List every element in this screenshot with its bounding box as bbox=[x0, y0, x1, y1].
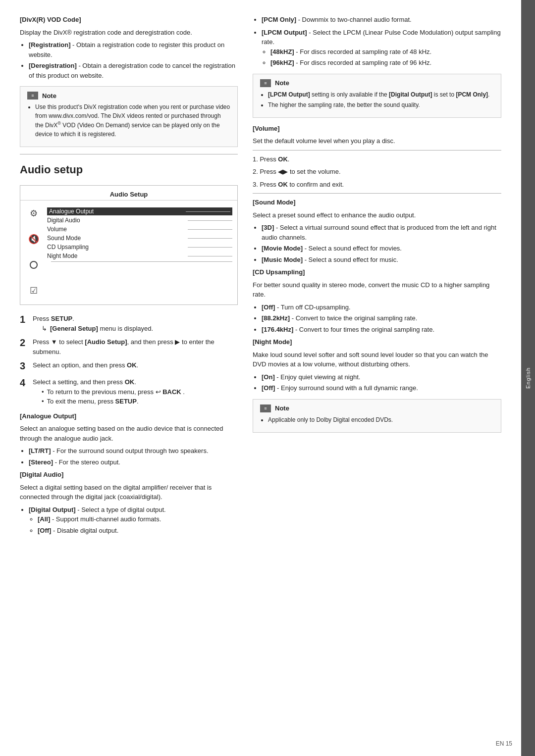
sub-text: [General Setup] menu is displayed. bbox=[50, 324, 153, 334]
analogue-desc: Select an analogue setting based on the … bbox=[20, 424, 238, 443]
night-mode-desc: Make loud sound level softer and soft so… bbox=[253, 350, 501, 369]
note-header: ≡ Note bbox=[260, 79, 494, 87]
sound-mode-section: [Sound Mode] Select a preset sound effec… bbox=[253, 198, 501, 264]
list-item: [Off] - Turn off CD-upsampling. bbox=[262, 302, 501, 312]
bullet-icon: • bbox=[42, 387, 44, 397]
list-item: [176.4kHz] - Convert to four times the o… bbox=[262, 325, 501, 335]
check-icon: ☑ bbox=[30, 285, 38, 296]
audio-menu-item-volume[interactable]: Volume bbox=[47, 225, 232, 233]
step-content: Press ▼ to select [Audio Setup], and the… bbox=[33, 335, 238, 356]
list-item: [3D] - Select a virtual surround sound e… bbox=[262, 223, 501, 242]
digital-sub-items: [All] - Support multi-channel audio form… bbox=[38, 514, 238, 535]
list-item: [Movie Mode] - Select a sound effect for… bbox=[262, 244, 501, 253]
digital-audio-section: [Digital Audio] Select a digital setting… bbox=[20, 470, 238, 535]
audio-menu-column: Analogue Output Digital Audio Volume bbox=[47, 207, 232, 297]
audio-setup-title: Audio setup bbox=[20, 163, 238, 178]
audio-setup-body: ⚙ 🔇 ☑ bbox=[20, 204, 237, 300]
list-item: [88.2kHz] - Convert to twice the origina… bbox=[262, 313, 501, 323]
analogue-title: [Analogue Output] bbox=[20, 411, 238, 421]
step-sub-item: • To return to the previous menu, press … bbox=[42, 387, 185, 397]
audio-setup-box-title: Audio Setup bbox=[20, 191, 237, 201]
divx-items: [Registration] - Obtain a registration c… bbox=[29, 40, 238, 80]
audio-setup-section: Audio setup Audio Setup ⚙ 🔇 bbox=[20, 163, 238, 535]
night-mode-section: [Night Mode] Make loud sound level softe… bbox=[253, 337, 501, 393]
pcm-items: [PCM Only] - Downmix to two-channel audi… bbox=[262, 15, 501, 25]
lpcm-item: [LPCM Output] - Select the LPCM (Linear … bbox=[262, 28, 501, 68]
list-item: [All] - Support multi-channel audio form… bbox=[38, 514, 238, 524]
audio-menu-item-cd[interactable]: CD Upsampling bbox=[47, 243, 232, 251]
menu-line bbox=[188, 256, 232, 256]
language-label: English bbox=[525, 367, 531, 389]
audio-menu-item-night[interactable]: Night Mode bbox=[47, 252, 232, 260]
note-list: Use this product's DivX registration cod… bbox=[35, 102, 230, 139]
list-item: [Deregistration] - Obtain a deregistrati… bbox=[29, 61, 238, 80]
list-item: [PCM Only] - Downmix to two-channel audi… bbox=[262, 15, 501, 25]
cd-desc: For better sound quality in stereo mode,… bbox=[253, 280, 501, 300]
circle-icon-row bbox=[30, 259, 38, 271]
list-item: [Stereo] - For the stereo output. bbox=[29, 457, 238, 467]
sound-mode-title: [Sound Mode] bbox=[253, 198, 501, 207]
list-item: Applicable only to Dolby Digital encoded… bbox=[268, 415, 494, 424]
note-list: [LPCM Output] setting is only available … bbox=[268, 90, 494, 109]
note-label: Note bbox=[275, 79, 289, 87]
audio-menu-item-digital[interactable]: Digital Audio bbox=[47, 216, 232, 224]
section-divider bbox=[20, 154, 238, 154]
night-mode-items: [On] - Enjoy quiet viewing at night. [Of… bbox=[262, 372, 501, 393]
menu-item-label: Night Mode bbox=[47, 252, 77, 259]
steps-list: 1 Press SETUP. ↳ [General Setup] menu is… bbox=[20, 312, 238, 406]
step-number: 4 bbox=[20, 375, 29, 406]
note-icon: ≡ bbox=[260, 79, 271, 87]
list-item: [On] - Enjoy quiet viewing at night. bbox=[262, 372, 501, 382]
step-sub-item: • To exit the menu, press SETUP. bbox=[42, 397, 185, 406]
list-item: [Music Mode] - Select a sound effect for… bbox=[262, 255, 501, 265]
note-icon: ≡ bbox=[27, 92, 38, 100]
note-label: Note bbox=[42, 92, 56, 100]
divx-section: [DivX(R) VOD Code] Display the DivX® reg… bbox=[20, 15, 238, 147]
step-2: 2 Press ▼ to select [Audio Setup], and t… bbox=[20, 335, 238, 356]
note-label: Note bbox=[275, 404, 289, 412]
language-tab: English bbox=[521, 0, 535, 756]
gear-icon-row: ⚙ bbox=[30, 207, 38, 219]
analogue-items: [LT/RT] - For the surround sound output … bbox=[29, 446, 238, 467]
note-icon: ≡ bbox=[260, 404, 271, 412]
audio-menu-item-analogue[interactable]: Analogue Output bbox=[47, 207, 232, 215]
note-header: ≡ Note bbox=[260, 404, 494, 412]
arrow-icon: ↳ bbox=[42, 324, 47, 334]
step-number: 1 bbox=[20, 312, 29, 333]
step-content: Press SETUP. ↳ [General Setup] menu is d… bbox=[33, 312, 153, 333]
divx-title: [DivX(R) VOD Code] bbox=[20, 16, 81, 23]
step-sub-item: ↳ [General Setup] menu is displayed. bbox=[42, 324, 153, 334]
speaker-icon: 🔇 bbox=[28, 234, 39, 245]
step-number: 2 bbox=[20, 335, 29, 356]
divx-note-box: ≡ Note Use this product's DivX registrat… bbox=[20, 86, 238, 147]
audio-menu-item-sound[interactable]: Sound Mode bbox=[47, 234, 232, 242]
menu-item-label: Sound Mode bbox=[47, 235, 81, 242]
sub-text: To exit the menu, press SETUP. bbox=[47, 397, 139, 406]
step-number: 3 bbox=[20, 358, 29, 373]
lpcm-items: [LPCM Output] - Select the LPCM (Linear … bbox=[262, 28, 501, 68]
audio-icons-column: ⚙ 🔇 ☑ bbox=[25, 207, 42, 297]
night-mode-title: [Night Mode] bbox=[253, 337, 501, 347]
volume-step-2: 2. Press ◀▶ to set the volume. bbox=[253, 167, 501, 177]
right-column: [PCM Only] - Downmix to two-channel audi… bbox=[253, 15, 501, 741]
section-divider bbox=[253, 150, 501, 151]
sub-text: To return to the previous menu, press ↩ … bbox=[47, 387, 185, 397]
section-divider bbox=[253, 193, 501, 194]
list-item: [Digital Output] - Select a type of digi… bbox=[29, 505, 238, 536]
digital-title: [Digital Audio] bbox=[20, 470, 238, 480]
menu-item-label: Volume bbox=[47, 226, 67, 233]
cd-items: [Off] - Turn off CD-upsampling. [88.2kHz… bbox=[262, 302, 501, 335]
analogue-output-section: [Analogue Output] Select an analogue set… bbox=[20, 411, 238, 467]
note-box-2: ≡ Note Applicable only to Dolby Digital … bbox=[253, 399, 501, 433]
list-item: [48kHZ] - For discs recorded at sampling… bbox=[270, 47, 501, 57]
list-item: [LT/RT] - For the surround sound output … bbox=[29, 446, 238, 456]
page-number: EN 15 bbox=[496, 740, 512, 747]
volume-section: [Volume] Set the default volume level wh… bbox=[253, 124, 501, 194]
list-item: [Registration] - Obtain a registration c… bbox=[29, 40, 238, 59]
audio-setup-box: Audio Setup ⚙ 🔇 bbox=[20, 185, 238, 305]
divx-desc: Display the DivX® registration code and … bbox=[20, 28, 238, 38]
volume-title: [Volume] bbox=[253, 124, 501, 134]
bullet-icon: • bbox=[42, 397, 44, 406]
menu-item-label: Digital Audio bbox=[47, 217, 80, 224]
check-icon-row: ☑ bbox=[30, 285, 38, 297]
